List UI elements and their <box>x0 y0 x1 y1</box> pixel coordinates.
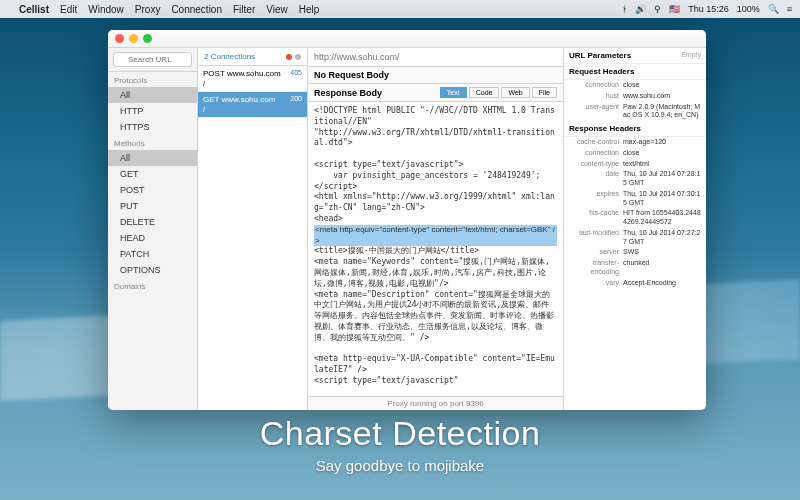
sidebar-item-options[interactable]: OPTIONS <box>108 262 197 278</box>
header-key: transfer-encoding <box>569 259 619 277</box>
header-row: hostwww.sohu.com <box>564 91 706 102</box>
window-titlebar[interactable] <box>108 30 706 48</box>
sidebar-item-get[interactable]: GET <box>108 166 197 182</box>
no-request-body-label: No Request Body <box>314 70 389 80</box>
response-headers-header: Response Headers <box>564 121 706 137</box>
sidebar-item-all-methods[interactable]: All <box>108 150 197 166</box>
header-key: user-agent <box>569 103 619 121</box>
header-value: close <box>623 81 701 90</box>
response-body-label: Response Body <box>314 88 382 98</box>
menu-window[interactable]: Window <box>88 4 124 15</box>
minimize-icon[interactable] <box>129 34 138 43</box>
conn-status: 200 <box>290 95 302 114</box>
protocols-heading: Protocols <box>108 72 197 87</box>
headline: Charset Detection <box>0 414 800 453</box>
conn-host: www.sohu.com <box>222 95 276 104</box>
request-body-header: No Request Body <box>308 67 563 84</box>
sidebar-item-head[interactable]: HEAD <box>108 230 197 246</box>
battery-icon[interactable]: 100% <box>737 4 760 14</box>
menu-proxy[interactable]: Proxy <box>135 4 161 15</box>
menu-view[interactable]: View <box>266 4 288 15</box>
request-headers-header: Request Headers <box>564 64 706 80</box>
header-row: user-agentPaw 2.0.9 (Macintosh; Mac OS X… <box>564 102 706 122</box>
domains-heading: Domains <box>108 278 197 293</box>
header-value: Accept-Encoding <box>623 279 701 288</box>
tab-web[interactable]: Web <box>501 87 529 98</box>
header-row: connectionclose <box>564 80 706 91</box>
url-display[interactable]: http://www.sohu.com/ <box>308 48 563 67</box>
subheadline: Say goodbye to mojibake <box>0 457 800 474</box>
conn-path: / <box>203 79 205 88</box>
url-params-header: URL Parameters Empty <box>564 48 706 64</box>
connection-row[interactable]: GET www.sohu.com / 200 <box>198 92 307 118</box>
header-value: Thu, 10 Jul 2014 07:27:27 GMT <box>623 229 701 247</box>
sidebar-item-patch[interactable]: PATCH <box>108 246 197 262</box>
empty-label: Empty <box>681 51 701 60</box>
record-indicator-icon[interactable] <box>286 54 292 60</box>
close-icon[interactable] <box>115 34 124 43</box>
sidebar-item-http[interactable]: HTTP <box>108 103 197 119</box>
menu-help[interactable]: Help <box>299 4 320 15</box>
menu-edit[interactable]: Edit <box>60 4 77 15</box>
connections-list: 2 Connections POST www.sohu.com / 405 GE… <box>198 48 308 410</box>
header-value: Thu, 10 Jul 2014 07:28:15 GMT <box>623 170 701 188</box>
search-container <box>108 48 197 72</box>
header-row: serverSWS <box>564 247 706 258</box>
header-row: connectionclose <box>564 148 706 159</box>
tab-file[interactable]: File <box>532 87 557 98</box>
response-body-header: Response Body Text Code Web File <box>308 84 563 102</box>
header-value: SWS <box>623 248 701 257</box>
clear-icon[interactable] <box>295 54 301 60</box>
header-key: connection <box>569 81 619 90</box>
app-menu[interactable]: Cellist <box>19 4 49 15</box>
header-key: server <box>569 248 619 257</box>
sidebar-item-put[interactable]: PUT <box>108 198 197 214</box>
header-row: transfer-encodingchunked <box>564 258 706 278</box>
menu-filter[interactable]: Filter <box>233 4 255 15</box>
header-key: last-modified <box>569 229 619 247</box>
search-input[interactable] <box>113 52 192 67</box>
sidebar-item-all-protocols[interactable]: All <box>108 87 197 103</box>
maximize-icon[interactable] <box>143 34 152 43</box>
header-value: max-age=120 <box>623 138 701 147</box>
header-value: Paw 2.0.9 (Macintosh; Mac OS X 10.9.4; e… <box>623 103 701 121</box>
sidebar-item-delete[interactable]: DELETE <box>108 214 197 230</box>
wifi-icon[interactable]: ⚲ <box>654 4 661 14</box>
connections-header: 2 Connections <box>198 48 307 66</box>
header-key: vary <box>569 279 619 288</box>
header-key: cache-control <box>569 138 619 147</box>
header-value: HIT from 16554403.24484269.24449572 <box>623 209 701 227</box>
header-row: varyAccept-Encoding <box>564 278 706 289</box>
conn-status: 405 <box>290 69 302 88</box>
clock[interactable]: Thu 15:26 <box>688 4 729 14</box>
sidebar-item-post[interactable]: POST <box>108 182 197 198</box>
header-key: host <box>569 92 619 101</box>
url-params-label: URL Parameters <box>569 51 631 60</box>
header-value: www.sohu.com <box>623 92 701 101</box>
header-key: fss-cache <box>569 209 619 227</box>
tab-text[interactable]: Text <box>440 87 467 98</box>
conn-method: GET <box>203 95 219 104</box>
header-value: text/html <box>623 160 701 169</box>
header-key: connection <box>569 149 619 158</box>
input-flag-icon[interactable]: 🇺🇸 <box>669 4 680 14</box>
spotlight-icon[interactable]: 🔍 <box>768 4 779 14</box>
volume-icon[interactable]: 🔊 <box>635 4 646 14</box>
header-value: Thu, 10 Jul 2014 07:30:15 GMT <box>623 190 701 208</box>
filter-sidebar: Protocols All HTTP HTTPS Methods All GET… <box>108 48 198 410</box>
notification-center-icon[interactable]: ≡ <box>787 4 792 14</box>
response-text-content[interactable]: <!DOCTYPE html PUBLIC "-//W3C//DTD XHTML… <box>308 102 563 396</box>
tab-code[interactable]: Code <box>469 87 500 98</box>
sidebar-item-https[interactable]: HTTPS <box>108 119 197 135</box>
header-key: content-type <box>569 160 619 169</box>
conn-method: POST <box>203 69 225 78</box>
detail-center: http://www.sohu.com/ No Request Body Res… <box>308 48 564 410</box>
connection-row[interactable]: POST www.sohu.com / 405 <box>198 66 307 92</box>
menu-connection[interactable]: Connection <box>171 4 222 15</box>
macos-menubar: Cellist Edit Window Proxy Connection Fil… <box>0 0 800 18</box>
header-row: last-modifiedThu, 10 Jul 2014 07:27:27 G… <box>564 228 706 248</box>
conn-path: / <box>203 105 205 114</box>
bluetooth-icon[interactable]: ᚼ <box>622 4 627 14</box>
header-row: dateThu, 10 Jul 2014 07:28:15 GMT <box>564 169 706 189</box>
header-row: cache-controlmax-age=120 <box>564 137 706 148</box>
